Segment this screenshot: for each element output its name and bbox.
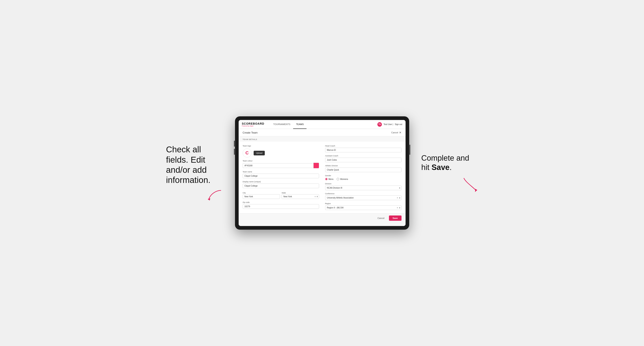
athletic-director-field: Athletic Director (325, 165, 402, 172)
brand-name: SCOREBOARD (242, 122, 264, 125)
user-info: TU Test User | Sign out (378, 122, 402, 127)
logo-circle: C (243, 149, 252, 158)
svg-marker-1 (475, 189, 477, 192)
gender-womens-option[interactable]: Womens (337, 178, 348, 180)
head-coach-label: Head Coach (325, 145, 402, 147)
gender-womens-radio[interactable] (337, 178, 339, 180)
annotation-left: Check all fields. Edit and/or add inform… (166, 145, 223, 201)
division-chevron-icon (399, 187, 400, 188)
cancel-footer-button[interactable]: Cancel (375, 216, 387, 220)
side-button-top (234, 141, 235, 147)
conference-wrapper: ✕ (325, 195, 402, 200)
arrow-left-icon (207, 189, 223, 201)
state-arrow-icon (317, 196, 318, 197)
division-arrow (399, 187, 400, 188)
region-input[interactable] (325, 205, 402, 210)
gender-mens-option[interactable]: Mens (325, 178, 334, 180)
state-clear-icon[interactable]: ✕ (314, 196, 316, 198)
assistant-coach-field: Assistant Coach (325, 155, 402, 162)
gender-mens-radio[interactable] (325, 178, 328, 180)
division-label: Division (325, 183, 402, 185)
state-select-wrapper: ✕ (282, 194, 319, 199)
assistant-coach-input[interactable] (325, 158, 402, 162)
save-button[interactable]: Save (389, 215, 402, 221)
create-team-header: Create Team Cancel ✕ (239, 129, 406, 136)
section-label: TEAM DETAILS (239, 136, 406, 142)
display-name-input[interactable] (243, 183, 319, 188)
colour-input-wrapper (243, 163, 319, 168)
colour-swatch[interactable] (314, 163, 319, 168)
user-name: Test User | (384, 123, 393, 126)
assistant-coach-label: Assistant Coach (325, 155, 402, 157)
tab-tournaments[interactable]: TOURNAMENTS (270, 120, 293, 129)
close-icon: ✕ (399, 131, 402, 134)
division-select-wrapper (325, 185, 402, 190)
tablet-screen: SCOREBOARD Powered by clippd TOURNAMENTS… (239, 120, 406, 226)
region-field: Region ✕ (325, 202, 402, 210)
brand-sub: Powered by clippd (242, 125, 264, 127)
page-title: Create Team (243, 131, 258, 134)
region-chevron-icon (399, 207, 400, 208)
annotation-right: Complete and hit Save. (421, 154, 478, 192)
division-input[interactable] (325, 185, 402, 190)
tab-teams[interactable]: TEAMS (293, 120, 306, 129)
nav-tabs: TOURNAMENTS TEAMS (270, 120, 378, 129)
gender-label: Gender (325, 174, 402, 177)
form-area: Team logo C Upload Team colour (239, 142, 406, 213)
zip-code-field: Zip code (243, 201, 319, 209)
navbar: SCOREBOARD Powered by clippd TOURNAMENTS… (239, 120, 406, 129)
brand-logo: SCOREBOARD Powered by clippd (242, 122, 264, 127)
conference-label: Conference (325, 193, 402, 195)
arrow-right-icon (462, 176, 478, 192)
region-wrapper: ✕ (325, 205, 402, 210)
form-right: Head Coach Assistant Coach Athletic Dire… (325, 145, 402, 210)
region-label: Region (325, 202, 402, 204)
team-logo-label: Team logo (243, 145, 319, 147)
conference-field: Conference ✕ (325, 193, 402, 200)
conference-chevron-icon (399, 197, 400, 198)
form-footer: Cancel Save (239, 213, 406, 223)
athletic-director-input[interactable] (325, 168, 402, 172)
gender-row: Mens Womens (325, 178, 402, 180)
team-name-input[interactable] (243, 173, 319, 178)
athletic-director-label: Athletic Director (325, 165, 402, 167)
city-label: City (243, 192, 246, 194)
side-button-mid (234, 149, 235, 155)
colour-input[interactable] (243, 163, 314, 168)
conference-controls: ✕ (397, 197, 400, 199)
conference-clear-icon[interactable]: ✕ (397, 197, 398, 199)
form-left: Team logo C Upload Team colour (243, 145, 319, 210)
division-field: Division (325, 183, 402, 190)
cancel-header-button[interactable]: Cancel ✕ (391, 131, 401, 134)
city-state-row: City State ✕ (243, 191, 319, 199)
state-label: State (282, 192, 286, 194)
zip-label: Zip code (243, 201, 319, 203)
tablet-frame: SCOREBOARD Powered by clippd TOURNAMENTS… (235, 116, 409, 230)
city-state-field: City State ✕ (243, 191, 319, 199)
side-button-right (410, 145, 410, 155)
team-name-label: Team name (243, 171, 319, 173)
head-coach-input[interactable] (325, 148, 402, 152)
sign-out-link[interactable]: Sign out (395, 123, 402, 126)
logo-area: C Upload (243, 149, 319, 158)
avatar: TU (378, 122, 382, 127)
region-controls: ✕ (397, 207, 400, 209)
team-logo-field: Team logo C Upload (243, 145, 319, 158)
gender-field: Gender Mens Womens (325, 174, 402, 180)
state-group: State ✕ (282, 191, 319, 199)
display-name-label: Display name (unique) (243, 181, 319, 183)
zip-input[interactable] (243, 204, 319, 209)
state-input[interactable] (282, 194, 319, 199)
team-colour-label: Team colour (243, 160, 319, 162)
head-coach-field: Head Coach (325, 145, 402, 152)
city-group: City (243, 191, 280, 199)
conference-input[interactable] (325, 195, 402, 200)
team-colour-field: Team colour (243, 160, 319, 168)
upload-button[interactable]: Upload (254, 151, 265, 155)
main-content: Create Team Cancel ✕ TEAM DETAILS Team l… (239, 129, 406, 226)
display-name-field: Display name (unique) (243, 181, 319, 188)
team-name-field: Team name (243, 171, 319, 178)
city-input[interactable] (243, 194, 280, 199)
region-clear-icon[interactable]: ✕ (397, 207, 398, 209)
